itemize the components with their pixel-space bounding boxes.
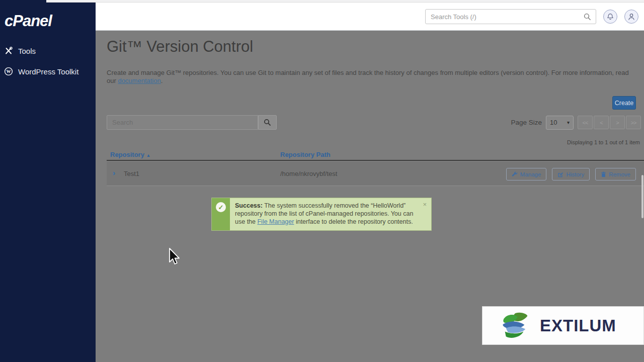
repository-search-input[interactable] (107, 115, 258, 130)
table-header-row: Repository ▲ Repository Path (107, 151, 644, 160)
table-row: › Test1 /home/nkrovybf/test Manage Histo… (107, 162, 644, 186)
cpanel-logo: cPanel (5, 12, 52, 30)
success-alert: ✓ Success: The system successfully remov… (211, 198, 432, 231)
browser-edge-strip (46, 0, 644, 3)
history-button[interactable]: History (552, 168, 590, 180)
edit-square-icon (557, 171, 564, 177)
watermark-brand-text: EXTILUM (540, 316, 616, 335)
mouse-cursor (169, 248, 182, 266)
extilum-logo-icon (499, 311, 531, 340)
top-header (96, 3, 644, 31)
description-period: . (161, 77, 163, 84)
scrollbar-thumb[interactable] (641, 175, 643, 218)
alert-body: Success: The system successfully removed… (230, 198, 431, 230)
file-manager-link[interactable]: File Manager (257, 218, 294, 225)
user-account-button[interactable] (624, 10, 638, 24)
trash-icon (601, 171, 606, 177)
pagination-area: Page Size 10 ▾ << < > >> (511, 115, 641, 130)
svg-text:W: W (7, 69, 11, 74)
wrench-icon (512, 171, 518, 177)
row-actions: Manage History Remove (506, 168, 636, 180)
page-size-select[interactable]: 10 ▾ (546, 116, 574, 130)
alert-accent-bar: ✓ (212, 198, 230, 230)
tools-icon (4, 46, 13, 55)
user-icon (628, 13, 635, 20)
manage-button[interactable]: Manage (506, 168, 547, 180)
column-header-repository[interactable]: Repository ▲ (110, 151, 150, 158)
search-icon[interactable] (584, 13, 591, 21)
table-header-divider (107, 160, 644, 161)
check-circle-icon: ✓ (216, 202, 226, 212)
chevron-down-icon: ▾ (567, 120, 570, 125)
create-button[interactable]: Create (612, 96, 636, 110)
remove-button[interactable]: Remove (595, 168, 636, 180)
watermark-banner: EXTILUM (482, 306, 644, 345)
wordpress-icon: W (4, 67, 13, 76)
tools-search-box (425, 9, 596, 24)
sidebar-item-tools[interactable]: Tools (0, 43, 96, 58)
expand-row-icon[interactable]: › (113, 168, 115, 177)
search-tools-input[interactable] (426, 10, 584, 24)
page-title: Git™ Version Control (107, 38, 253, 56)
column-header-repository-path[interactable]: Repository Path (280, 151, 331, 158)
description-text: Create and manage Git™ repositories. You… (107, 69, 629, 84)
close-icon[interactable]: × (423, 201, 427, 209)
bell-icon (607, 13, 614, 21)
repository-name: Test1 (124, 170, 139, 177)
search-icon (264, 119, 271, 126)
documentation-link[interactable]: documentation (118, 77, 160, 84)
main-content: Git™ Version Control Create and manage G… (96, 31, 644, 362)
sidebar-item-label: Tools (18, 47, 36, 55)
page-size-value: 10 (550, 119, 557, 126)
page-size-label: Page Size (511, 119, 542, 126)
sidebar-item-label: WordPress Toolkit (18, 67, 78, 76)
alert-text-2: interface to delete the repository conte… (294, 218, 413, 225)
repository-search-button[interactable] (258, 115, 277, 130)
displaying-count-text: Displaying 1 to 1 out of 1 item (567, 139, 640, 145)
next-page-button[interactable]: > (610, 116, 625, 129)
first-page-button[interactable]: << (578, 116, 593, 129)
page-description: Create and manage Git™ repositories. You… (107, 69, 634, 85)
sort-ascending-icon: ▲ (146, 153, 151, 158)
sidebar: cPanel Tools W WordPress Toolkit (0, 0, 96, 362)
last-page-button[interactable]: >> (626, 116, 641, 129)
sidebar-item-wordpress-toolkit[interactable]: W WordPress Toolkit (0, 64, 96, 79)
repository-path: /home/nkrovybf/test (280, 170, 337, 177)
previous-page-button[interactable]: < (594, 116, 609, 129)
alert-title: Success: (235, 202, 263, 209)
notifications-button[interactable] (603, 10, 617, 24)
pager-group: << < > >> (578, 116, 641, 129)
